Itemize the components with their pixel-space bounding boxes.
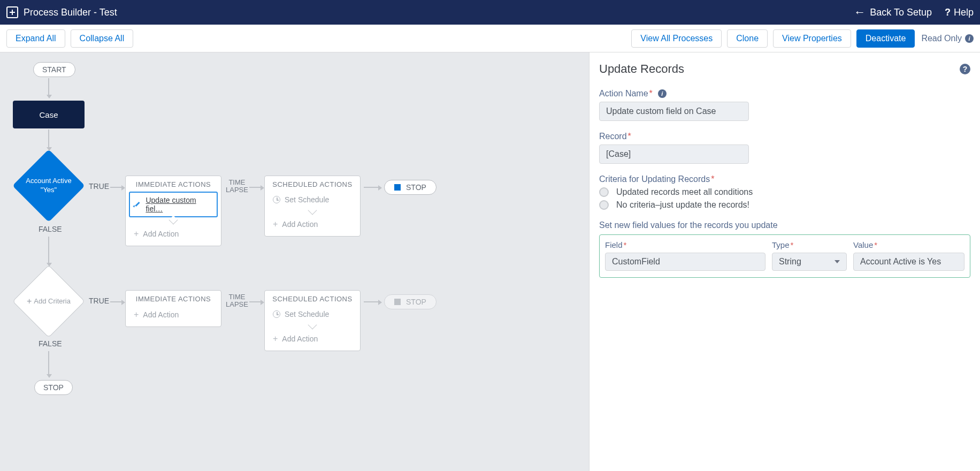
- action-item-selected[interactable]: Update custom fiel…: [129, 192, 218, 217]
- type-cell-value: String: [779, 257, 801, 267]
- back-to-setup-label: Back To Setup: [870, 7, 932, 18]
- plus-icon: +: [134, 310, 139, 320]
- arrow-icon: [48, 237, 49, 263]
- scheduled-actions-box: SCHEDULED ACTIONS Set Schedule + Add Act…: [264, 290, 361, 351]
- add-action-label: Add Action: [143, 310, 179, 319]
- object-label: Case: [39, 110, 58, 119]
- app-icon: [6, 6, 18, 18]
- back-arrow-icon: ←: [854, 5, 866, 19]
- add-action-label: Add Action: [143, 230, 179, 238]
- col-type-label: Type: [772, 240, 790, 249]
- info-icon[interactable]: i: [965, 34, 974, 43]
- collapse-all-button[interactable]: Collapse All: [71, 29, 134, 48]
- action-name-label-row: Action Name* i: [599, 89, 970, 98]
- true-label: TRUE: [89, 297, 109, 305]
- deactivate-button[interactable]: Deactivate: [856, 29, 915, 48]
- help-link[interactable]: ? Help: [945, 7, 974, 18]
- stop-label: STOP: [406, 183, 426, 192]
- time-lapse-label: TIME LAPSE: [226, 293, 248, 309]
- type-cell[interactable]: String: [772, 253, 847, 271]
- criteria-radio-1-label: Updated records meet all conditions: [616, 187, 753, 197]
- pencil-icon: [134, 201, 141, 208]
- side-panel: Update Records ? Action Name* i Update c…: [589, 52, 980, 471]
- plus-icon: +: [273, 219, 278, 229]
- plus-icon: +: [134, 229, 139, 239]
- criteria-radio-1[interactable]: Updated records meet all conditions: [599, 187, 970, 197]
- set-schedule-label: Set Schedule: [285, 195, 329, 204]
- object-node[interactable]: Case: [13, 101, 85, 128]
- arrow-icon: [364, 301, 379, 302]
- criteria-label-row: Criteria for Updating Records*: [599, 174, 970, 184]
- panel-title-row: Update Records ?: [599, 62, 970, 76]
- col-value-header: Value*: [853, 240, 964, 249]
- panel-title: Update Records: [599, 62, 684, 76]
- start-node: START: [33, 62, 75, 77]
- action-item-label: Update custom fiel…: [146, 196, 212, 213]
- action-name-field: Update custom field on Case: [599, 102, 749, 121]
- criteria-radio-2[interactable]: No criteria–just update the records!: [599, 200, 970, 210]
- start-label: START: [42, 65, 66, 74]
- clock-icon: [273, 310, 280, 318]
- read-only-label: Read Only i: [921, 34, 974, 43]
- set-schedule-button[interactable]: Set Schedule: [268, 192, 357, 208]
- add-action-button[interactable]: + Add Action: [268, 330, 357, 347]
- stop-icon: [394, 299, 401, 305]
- criteria1-line1: Account Active: [26, 177, 71, 186]
- arrow-icon: [364, 187, 379, 188]
- arrow-icon: [249, 301, 261, 302]
- add-criteria-node[interactable]: + Add Criteria: [13, 265, 85, 337]
- back-to-setup-link[interactable]: ← Back To Setup: [854, 5, 932, 19]
- stop-icon: [394, 184, 401, 191]
- stop-node-disabled: STOP: [384, 294, 437, 309]
- add-action-button[interactable]: + Add Action: [129, 225, 218, 242]
- col-field-header: Field*: [605, 240, 765, 249]
- help-icon: ?: [945, 7, 951, 18]
- read-only-text: Read Only: [921, 34, 962, 43]
- set-schedule-button[interactable]: Set Schedule: [268, 306, 357, 322]
- radio-icon: [599, 187, 609, 197]
- col-value-label: Value: [853, 240, 873, 249]
- expand-all-button[interactable]: Expand All: [6, 29, 65, 48]
- arrow-icon: [48, 351, 49, 375]
- add-action-button[interactable]: + Add Action: [129, 306, 218, 323]
- value-cell[interactable]: Account Active is Yes: [853, 253, 964, 271]
- record-field: [Case]: [599, 145, 749, 164]
- arrow-icon: [48, 130, 49, 148]
- plus-icon: +: [27, 296, 32, 307]
- field-values-table: Field* Type* Value* CustomField String: [599, 234, 970, 278]
- panel-help-icon[interactable]: ?: [960, 64, 970, 74]
- chevron-down-icon: [834, 260, 840, 263]
- false-label: FALSE: [39, 225, 62, 233]
- info-icon[interactable]: i: [658, 89, 667, 98]
- stop-end-node: STOP: [34, 380, 73, 395]
- main: START Case Account Active "Yes" TRUE IMM…: [0, 52, 980, 471]
- immediate-actions-box: IMMEDIATE ACTIONS Update custom fiel… + …: [125, 176, 221, 246]
- help-label: Help: [954, 7, 974, 18]
- immediate-actions-title: IMMEDIATE ACTIONS: [126, 176, 221, 192]
- field-cell[interactable]: CustomField: [605, 253, 765, 271]
- view-all-processes-button[interactable]: View All Processes: [631, 29, 722, 48]
- arrow-icon: [110, 301, 122, 302]
- top-bar: Process Builder - Test ← Back To Setup ?…: [0, 0, 980, 25]
- page-title: Process Builder - Test: [24, 7, 117, 18]
- criteria-node-active[interactable]: Account Active "Yes": [13, 150, 85, 222]
- scheduled-actions-title: SCHEDULED ACTIONS: [265, 176, 360, 192]
- value-cell-value: Account Active is Yes: [860, 257, 941, 267]
- view-properties-button[interactable]: View Properties: [773, 29, 851, 48]
- add-action-label: Add Action: [282, 335, 318, 343]
- arrow-icon: [249, 187, 261, 188]
- scheduled-actions-box: SCHEDULED ACTIONS Set Schedule + Add Act…: [264, 176, 361, 237]
- false-label: FALSE: [39, 339, 62, 348]
- immediate-actions-box: IMMEDIATE ACTIONS + Add Action: [125, 290, 221, 327]
- process-canvas[interactable]: START Case Account Active "Yes" TRUE IMM…: [0, 52, 589, 471]
- action-name-value: Update custom field on Case: [606, 107, 716, 116]
- criteria-label: Criteria for Updating Records: [599, 174, 710, 184]
- clone-button[interactable]: Clone: [727, 29, 768, 48]
- record-value: [Case]: [606, 149, 631, 158]
- field-cell-value: CustomField: [612, 257, 660, 267]
- col-type-header: Type*: [772, 240, 847, 249]
- add-action-button[interactable]: + Add Action: [268, 216, 357, 233]
- add-action-label: Add Action: [282, 220, 318, 229]
- toolbar: Expand All Collapse All View All Process…: [0, 25, 980, 52]
- stop-node[interactable]: STOP: [384, 180, 437, 195]
